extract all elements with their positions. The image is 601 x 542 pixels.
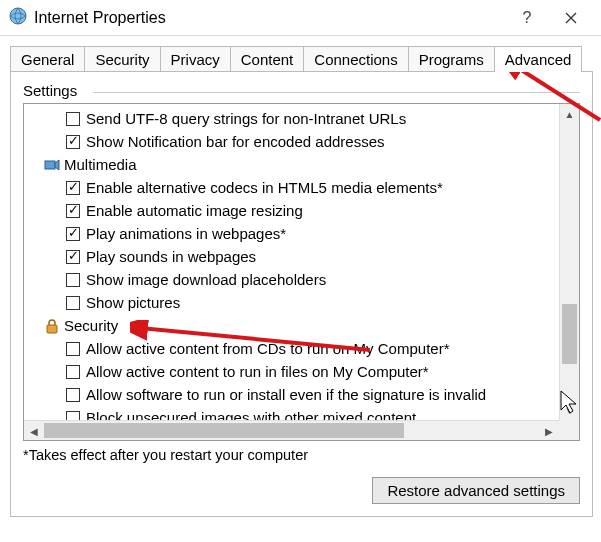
scroll-track[interactable] [560,124,579,400]
setting-item[interactable]: Show Notification bar for encoded addres… [26,130,577,153]
svg-rect-2 [47,325,57,333]
app-icon [8,6,28,29]
checkbox[interactable] [66,365,80,379]
group-title: Settings [23,82,77,99]
checkbox[interactable] [66,204,80,218]
item-label: Multimedia [64,154,137,175]
tab-programs[interactable]: Programs [408,46,495,72]
close-button[interactable] [549,4,593,32]
horizontal-scrollbar[interactable]: ◀ ▶ [24,420,559,440]
multimedia-icon [44,157,60,173]
item-label: Enable alternative codecs in HTML5 media… [86,177,443,198]
item-label: Allow software to run or install even if… [86,384,486,405]
setting-item[interactable]: Play animations in webpages* [26,222,577,245]
scroll-up-icon[interactable]: ▲ [560,104,579,124]
checkbox[interactable] [66,273,80,287]
tabpanel-advanced: Settings Send UTF-8 query strings for no… [10,71,593,517]
list-content: Send UTF-8 query strings for non-Intrane… [24,104,579,440]
checkbox[interactable] [66,181,80,195]
restore-defaults-button[interactable]: Restore advanced settings [372,477,580,504]
item-label: Show Notification bar for encoded addres… [86,131,385,152]
scroll-left-icon[interactable]: ◀ [24,421,44,441]
checkbox[interactable] [66,296,80,310]
item-label: Enable automatic image resizing [86,200,303,221]
setting-item[interactable]: Send UTF-8 query strings for non-Intrane… [26,107,577,130]
item-label: Show image download placeholders [86,269,326,290]
checkbox[interactable] [66,112,80,126]
security-icon [44,318,60,334]
checkbox[interactable] [66,388,80,402]
tab-security[interactable]: Security [84,46,160,72]
footer-note: *Takes effect after you restart your com… [23,447,580,463]
hscroll-thumb[interactable] [44,423,404,438]
scroll-down-icon[interactable]: ▼ [560,400,579,420]
tab-general[interactable]: General [10,46,85,72]
tab-label: Advanced [505,51,572,68]
tab-label: Content [241,51,294,68]
group-divider [93,92,580,93]
checkbox[interactable] [66,342,80,356]
settings-listbox[interactable]: Send UTF-8 query strings for non-Intrane… [23,103,580,441]
vertical-scrollbar[interactable]: ▲ ▼ [559,104,579,420]
setting-item[interactable]: Enable automatic image resizing [26,199,577,222]
setting-item[interactable]: Show pictures [26,291,577,314]
tab-label: Security [95,51,149,68]
tabstrip: General Security Privacy Content Connect… [0,36,601,72]
titlebar: Internet Properties ? [0,0,601,36]
scroll-corner [559,420,579,440]
group-label: Settings [23,82,580,99]
tab-content[interactable]: Content [230,46,305,72]
help-button[interactable]: ? [505,4,549,32]
item-label: Play animations in webpages* [86,223,286,244]
button-label: Restore advanced settings [387,482,565,499]
tab-label: Programs [419,51,484,68]
setting-item[interactable]: Allow software to run or install even if… [26,383,577,406]
tab-label: Privacy [171,51,220,68]
item-label: Security [64,315,118,336]
checkbox[interactable] [66,227,80,241]
window-title: Internet Properties [34,9,505,27]
tab-connections[interactable]: Connections [303,46,408,72]
tab-label: General [21,51,74,68]
category-multimedia: Multimedia [26,153,577,176]
svg-point-0 [10,8,26,24]
item-label: Allow active content from CDs to run on … [86,338,449,359]
tab-advanced[interactable]: Advanced [494,46,583,72]
item-label: Allow active content to run in files on … [86,361,429,382]
item-label: Send UTF-8 query strings for non-Intrane… [86,108,406,129]
scroll-right-icon[interactable]: ▶ [539,421,559,441]
setting-item[interactable]: Show image download placeholders [26,268,577,291]
item-label: Show pictures [86,292,180,313]
checkbox[interactable] [66,250,80,264]
scroll-thumb[interactable] [562,304,577,364]
svg-rect-1 [45,161,55,169]
category-security: Security [26,314,577,337]
tab-label: Connections [314,51,397,68]
checkbox[interactable] [66,135,80,149]
setting-item[interactable]: Allow active content from CDs to run on … [26,337,577,360]
tab-privacy[interactable]: Privacy [160,46,231,72]
setting-item[interactable]: Enable alternative codecs in HTML5 media… [26,176,577,199]
setting-item[interactable]: Play sounds in webpages [26,245,577,268]
item-label: Play sounds in webpages [86,246,256,267]
setting-item[interactable]: Allow active content to run in files on … [26,360,577,383]
